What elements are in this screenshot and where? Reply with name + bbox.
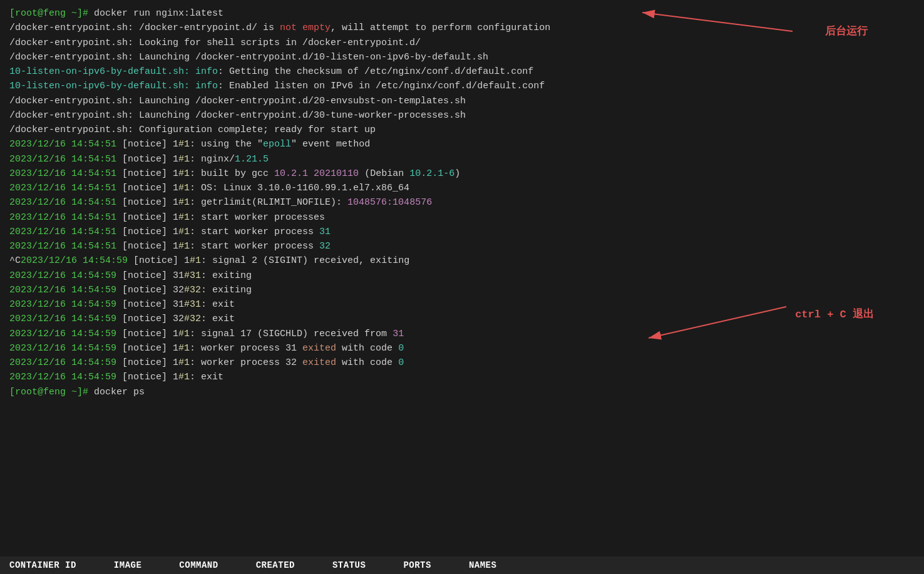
arrow-bg-run-icon xyxy=(567,0,893,188)
col-command: COMMAND xyxy=(179,560,218,570)
docker-ps-header: CONTAINER ID IMAGE COMMAND CREATED STATU… xyxy=(0,556,924,574)
col-image: IMAGE xyxy=(114,560,142,570)
terminal-line: [root@feng ~]# docker ps xyxy=(9,385,915,399)
terminal-line: 2023/12/16 14:54:51 [notice] 1#1: getrli… xyxy=(9,195,915,210)
col-status: STATUS xyxy=(332,560,366,570)
col-created: CREATED xyxy=(256,560,295,570)
col-names: NAMES xyxy=(469,560,497,570)
terminal-line: 2023/12/16 14:54:51 [notice] 1#1: start … xyxy=(9,210,915,225)
terminal-line: ^C2023/12/16 14:54:59 [notice] 1#1: sign… xyxy=(9,254,915,268)
svg-line-3 xyxy=(649,307,786,338)
terminal: [root@feng ~]# docker run nginx:latest/d… xyxy=(0,0,924,406)
terminal-line: 2023/12/16 14:54:51 [notice] 1#1: start … xyxy=(9,239,915,254)
col-container-id: CONTAINER ID xyxy=(9,560,76,570)
terminal-line: 2023/12/16 14:54:59 [notice] 1#1: exit xyxy=(9,370,915,384)
arrow-ctrl-c-icon xyxy=(567,288,893,363)
terminal-line: 2023/12/16 14:54:51 [notice] 1#1: start … xyxy=(9,225,915,239)
terminal-line: 2023/12/16 14:54:59 [notice] 31#31: exit… xyxy=(9,269,915,283)
col-ports: PORTS xyxy=(403,560,431,570)
svg-line-1 xyxy=(642,13,793,31)
